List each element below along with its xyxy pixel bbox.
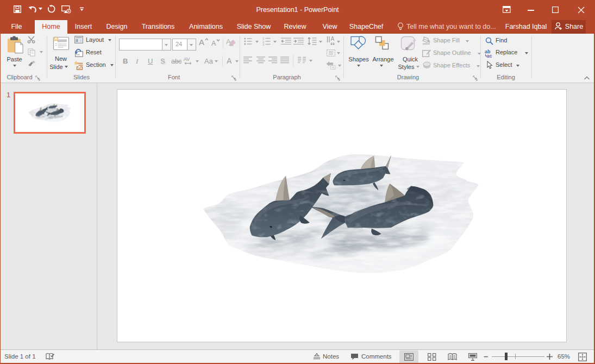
svg-text:AV: AV	[184, 57, 190, 62]
svg-text:A: A	[331, 36, 335, 42]
svg-text:3: 3	[262, 43, 264, 46]
svg-text:A: A	[199, 37, 204, 46]
svg-text:ac: ac	[487, 53, 492, 58]
svg-text:A: A	[211, 40, 216, 46]
